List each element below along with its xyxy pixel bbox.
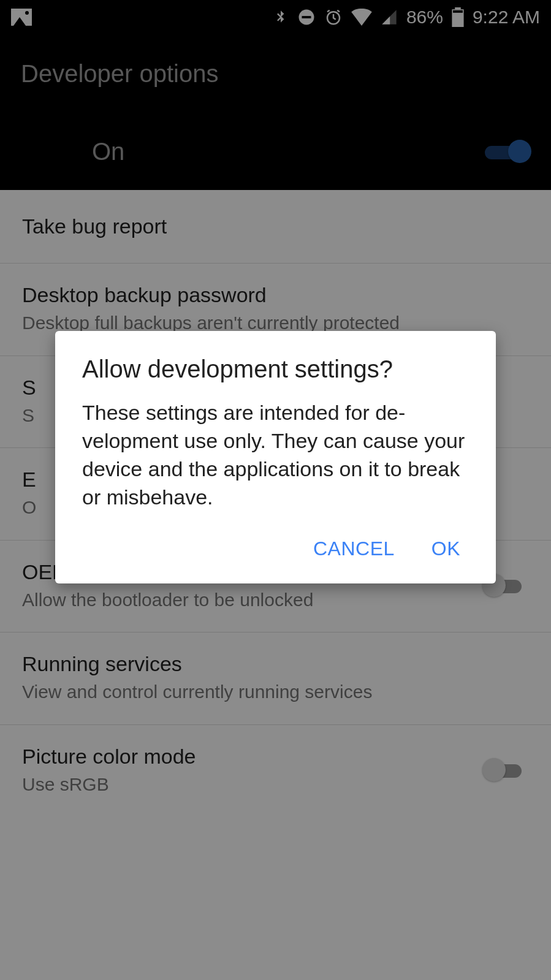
ok-button[interactable]: OK [431,537,460,560]
allow-development-dialog: Allow development settings? These settin… [55,331,496,583]
dialog-title: Allow development settings? [82,355,469,383]
cancel-button[interactable]: CANCEL [313,537,395,560]
dialog-body: These settings are intended for de­velop… [82,399,469,512]
dialog-actions: CANCEL OK [82,530,469,572]
